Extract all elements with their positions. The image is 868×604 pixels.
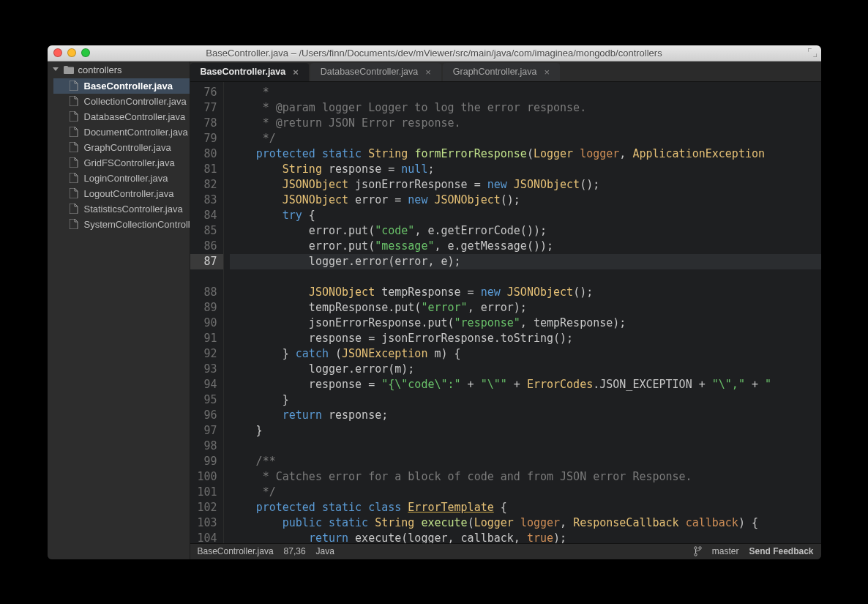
close-icon[interactable]: × [425,67,431,78]
file-label: GraphController.java [84,142,171,153]
sidebar-file[interactable]: GridFSController.java [53,155,190,171]
app-window: BaseController.java – /Users/finn/Docume… [48,45,821,559]
sidebar-file[interactable]: DocumentController.java [53,124,190,140]
sidebar-file[interactable]: CollectionController.java [53,94,190,109]
code-area[interactable]: 76 77 78 79 80 81 82 83 84 85 86 87 88 8… [190,82,821,543]
status-bar: BaseController.java 87,36 Java master Se… [190,543,821,559]
sidebar-file[interactable]: DatabaseController.java [53,109,190,124]
zoom-icon[interactable] [81,48,90,57]
editor-tab[interactable]: BaseController.java× [190,63,309,81]
minimize-icon[interactable] [67,48,76,57]
titlebar[interactable]: BaseController.java – /Users/finn/Docume… [48,45,821,61]
close-icon[interactable]: × [544,67,550,78]
tab-label: GraphController.java [453,67,537,77]
svg-point-2 [695,553,697,556]
status-branch[interactable]: master [712,546,739,556]
send-feedback[interactable]: Send Feedback [749,546,813,556]
sidebar-file[interactable]: LoginController.java [53,171,190,186]
close-icon[interactable]: × [293,67,299,78]
window-title: BaseController.java – /Users/finn/Docume… [48,48,821,59]
sidebar-file[interactable]: GraphController.java [53,140,190,155]
file-label: LogoutController.java [84,188,174,199]
file-label: BaseController.java [84,81,173,92]
folder-root[interactable]: controllers [48,61,190,78]
sidebar: controllers BaseController.javaCollectio… [48,61,190,559]
folder-icon [64,66,74,74]
sidebar-file[interactable]: LogoutController.java [53,186,190,201]
code-content[interactable]: * * @param logger Logger to log the erro… [224,82,821,543]
close-icon[interactable] [53,48,62,57]
folder-label: controllers [78,64,122,75]
sidebar-file[interactable]: SystemCollectionController.java [53,217,190,232]
file-label: StatisticsController.java [84,204,183,215]
editor-tab[interactable]: DatabaseController.java× [310,63,441,81]
sidebar-file[interactable]: StatisticsController.java [53,201,190,217]
tab-bar: BaseController.java×DatabaseController.j… [190,61,821,82]
file-label: CollectionController.java [84,96,187,107]
expand-icon[interactable] [808,48,817,57]
svg-point-0 [695,547,697,549]
sidebar-file[interactable]: BaseController.java [53,78,190,94]
status-lang[interactable]: Java [316,546,334,556]
git-branch-icon [694,546,702,556]
status-cursor: 87,36 [284,546,306,556]
editor-tab[interactable]: GraphController.java× [443,63,560,81]
svg-point-1 [699,547,701,549]
disclosure-icon [52,66,59,73]
tab-label: BaseController.java [201,67,286,77]
file-label: LoginController.java [84,173,168,184]
file-label: DocumentController.java [84,127,188,138]
status-file: BaseController.java [198,546,274,556]
file-label: DatabaseController.java [84,111,186,122]
file-label: SystemCollectionController.java [84,219,190,230]
editor-pane: BaseController.java×DatabaseController.j… [190,61,821,559]
line-gutter: 76 77 78 79 80 81 82 83 84 85 86 87 88 8… [190,82,224,543]
window-controls [53,48,90,57]
tab-label: DatabaseController.java [321,67,418,77]
file-label: GridFSController.java [84,157,175,168]
